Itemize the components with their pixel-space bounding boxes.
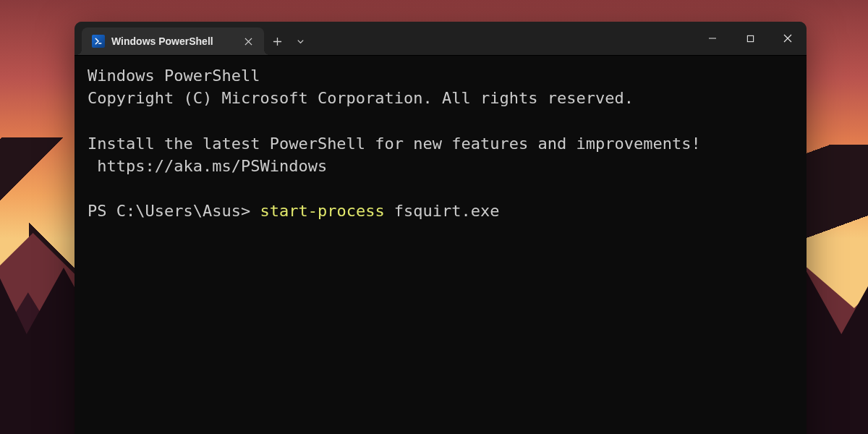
- tab-dropdown-button[interactable]: [290, 27, 310, 55]
- close-icon: [783, 34, 792, 43]
- window-controls: [694, 22, 807, 55]
- command-argument: fsquirt.exe: [385, 202, 500, 220]
- terminal-output[interactable]: Windows PowerShell Copyright (C) Microso…: [75, 55, 807, 434]
- svg-rect-0: [747, 35, 753, 41]
- tab-powershell[interactable]: Windows PowerShell: [82, 27, 264, 55]
- prompt-path: C:\Users\Asus: [116, 202, 241, 220]
- prompt-suffix: >: [241, 202, 260, 220]
- maximize-button[interactable]: [731, 22, 769, 55]
- tab-close-button[interactable]: [239, 33, 257, 50]
- minimize-icon: [708, 34, 717, 43]
- plus-icon: [273, 37, 282, 46]
- prompt-prefix: PS: [88, 202, 116, 220]
- terminal-window: Windows PowerShell Windows PowerShell Co…: [75, 22, 807, 434]
- hint-line: Install the latest PowerShell for new fe…: [88, 135, 701, 153]
- maximize-icon: [746, 35, 754, 43]
- window-titlebar[interactable]: Windows PowerShell: [75, 22, 807, 55]
- hint-line: https://aka.ms/PSWindows: [88, 157, 327, 175]
- banner-line: Copyright (C) Microsoft Corporation. All…: [88, 89, 634, 107]
- close-icon: [244, 38, 252, 46]
- chevron-down-icon: [297, 38, 305, 46]
- command-cmdlet: start-process: [260, 202, 384, 220]
- banner-line: Windows PowerShell: [88, 67, 260, 85]
- minimize-button[interactable]: [694, 22, 731, 55]
- close-window-button[interactable]: [769, 22, 807, 55]
- powershell-icon: [92, 35, 105, 48]
- tab-title: Windows PowerShell: [111, 35, 233, 47]
